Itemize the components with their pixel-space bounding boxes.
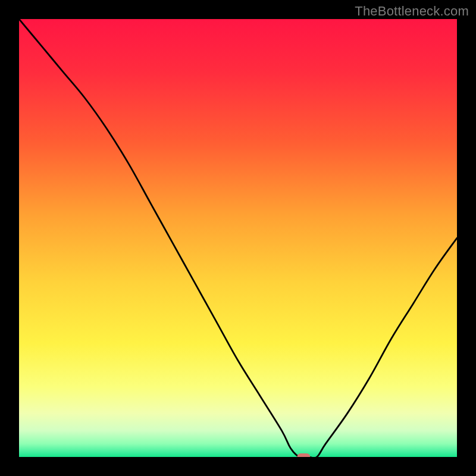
chart-container: TheBottleneck.com: [0, 0, 476, 476]
gradient-background: [19, 19, 457, 457]
optimal-marker: [297, 453, 310, 457]
bottleneck-chart: [19, 19, 457, 457]
watermark-text: TheBottleneck.com: [355, 4, 469, 19]
